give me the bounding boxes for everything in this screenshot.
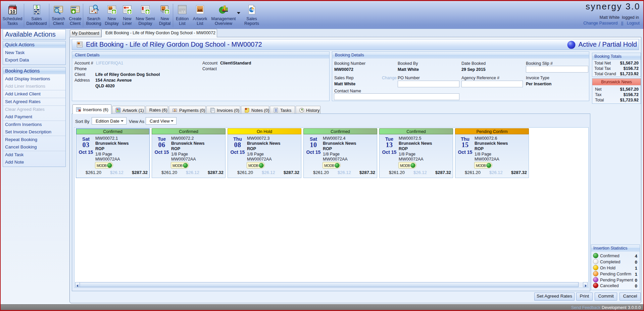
svg-text:10: 10 xyxy=(10,9,15,14)
svg-text:$: $ xyxy=(36,5,38,9)
